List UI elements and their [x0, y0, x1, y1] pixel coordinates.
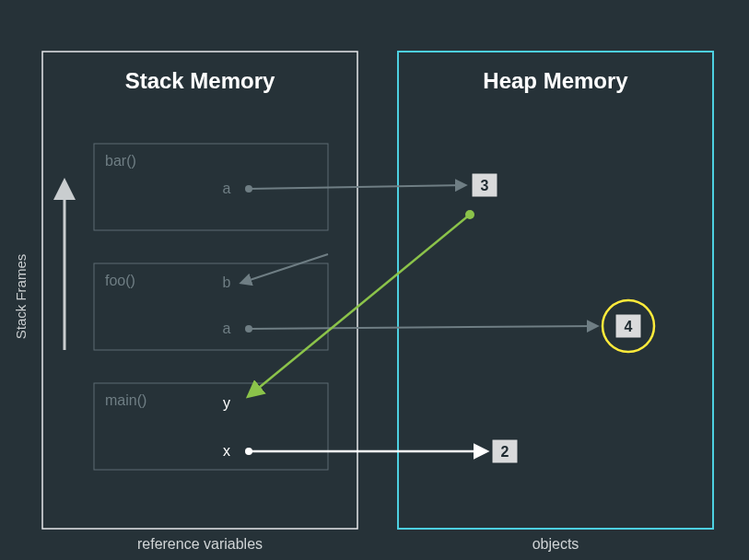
frame-main: main() y x	[94, 383, 328, 470]
var-main-x: x	[223, 443, 230, 459]
svg-rect-2	[398, 52, 713, 529]
var-foo-a: a	[223, 321, 231, 336]
heap-value-2: 2	[501, 444, 509, 460]
frame-label-bar: bar()	[105, 153, 136, 169]
memory-diagram: Stack Frames Stack Memory reference vari…	[0, 0, 749, 560]
pointer-y-to-3	[249, 210, 474, 396]
stack-frames-axis: Stack Frames	[13, 189, 64, 350]
frame-bar: bar() a	[94, 144, 328, 230]
heap-value-4: 4	[625, 319, 633, 334]
pointer-foo-a	[249, 326, 597, 329]
heap-value-3: 3	[481, 178, 489, 193]
var-foo-b: b	[223, 274, 231, 290]
heap-panel: Heap Memory objects	[398, 52, 713, 552]
heap-obj-4: 4	[603, 300, 654, 352]
heap-obj-3: 3	[472, 173, 497, 197]
svg-rect-1	[42, 52, 357, 529]
var-main-y: y	[223, 395, 230, 411]
frame-foo: foo() b a	[94, 263, 328, 350]
heap-title: Heap Memory	[483, 68, 628, 93]
stack-panel: Stack Memory reference variables	[42, 52, 357, 552]
stack-caption: reference variables	[137, 536, 263, 552]
heap-caption: objects	[532, 536, 579, 552]
frame-label-main: main()	[105, 392, 146, 408]
pointer-foo-b	[241, 254, 328, 283]
var-bar-a: a	[223, 181, 231, 196]
stack-title: Stack Memory	[125, 68, 275, 93]
axis-label: Stack Frames	[13, 254, 29, 340]
heap-obj-2: 2	[492, 439, 518, 463]
svg-line-9	[249, 215, 470, 396]
frame-label-foo: foo()	[105, 273, 135, 288]
